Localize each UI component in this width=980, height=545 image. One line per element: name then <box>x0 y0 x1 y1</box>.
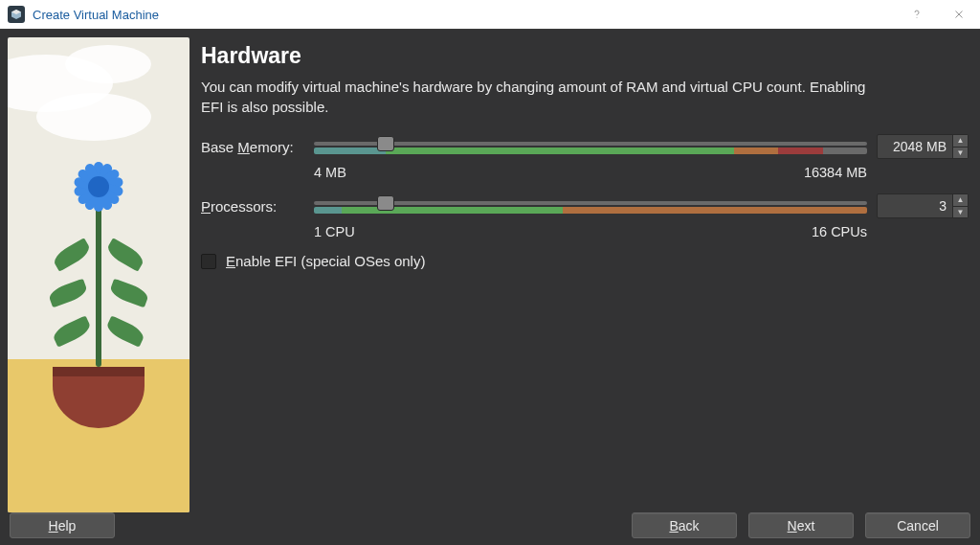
processors-step-up[interactable]: ▲ <box>953 194 968 207</box>
base-memory-value[interactable]: 2048 MB <box>878 139 952 154</box>
window-title: Create Virtual Machine <box>33 8 896 22</box>
base-memory-spinbox[interactable]: 2048 MB ▲ ▼ <box>877 134 969 159</box>
page-intro: You can modify virtual machine's hardwar… <box>201 77 890 117</box>
processors-spinbox[interactable]: 3 ▲ ▼ <box>877 193 969 218</box>
base-memory-step-up[interactable]: ▲ <box>953 135 968 148</box>
processors-tick-max: 16 CPUs <box>812 224 867 239</box>
processors-slider[interactable] <box>314 196 867 216</box>
processors-step-down[interactable]: ▼ <box>953 207 968 218</box>
processors-tick-min: 1 CPU <box>314 224 355 239</box>
processors-thumb[interactable] <box>377 195 394 211</box>
help-button[interactable] <box>896 0 938 30</box>
enable-efi-checkbox[interactable] <box>201 254 216 269</box>
base-memory-thumb[interactable] <box>377 136 394 151</box>
page-title: Hardware <box>201 43 969 69</box>
title-bar: Create Virtual Machine <box>0 0 980 30</box>
svg-point-0 <box>917 17 918 18</box>
base-memory-tick-max: 16384 MB <box>804 165 867 180</box>
base-memory-tick-min: 4 MB <box>314 165 346 180</box>
back-button[interactable]: Back <box>632 512 737 538</box>
close-button[interactable] <box>938 0 980 30</box>
cancel-button[interactable]: Cancel <box>865 512 970 538</box>
wizard-illustration <box>8 37 189 512</box>
enable-efi-label: Enable EFI (special OSes only) <box>226 253 425 269</box>
next-button[interactable]: Next <box>748 512 854 538</box>
base-memory-label: Base Memory: <box>201 139 304 155</box>
help-footer-button[interactable]: Help <box>10 512 115 538</box>
base-memory-step-down[interactable]: ▼ <box>953 148 968 159</box>
app-icon <box>8 6 25 23</box>
flower-icon <box>70 158 127 216</box>
base-memory-slider[interactable] <box>314 137 867 156</box>
wizard-footer: Help Back Next Cancel <box>0 512 980 545</box>
processors-label: Processors: <box>201 198 304 215</box>
processors-value[interactable]: 3 <box>878 198 952 214</box>
